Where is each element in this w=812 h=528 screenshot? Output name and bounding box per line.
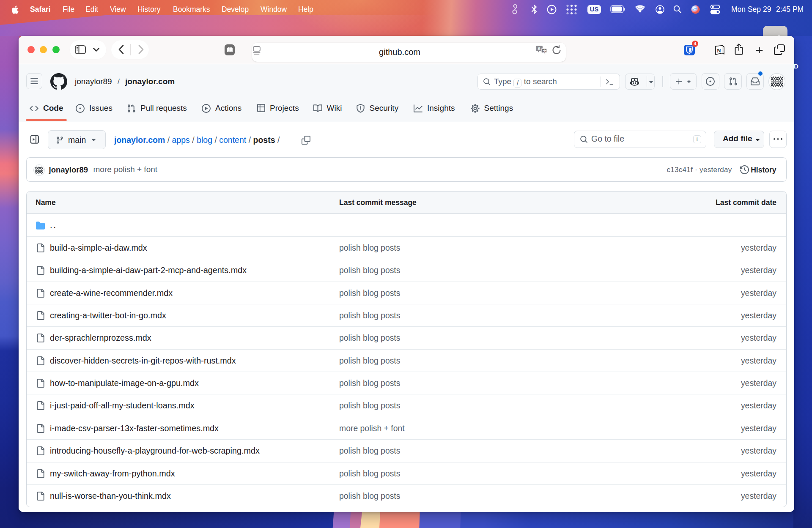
svg-text:文: 文 — [543, 49, 547, 53]
svg-text:A: A — [538, 47, 540, 51]
svg-text:N: N — [717, 47, 721, 54]
